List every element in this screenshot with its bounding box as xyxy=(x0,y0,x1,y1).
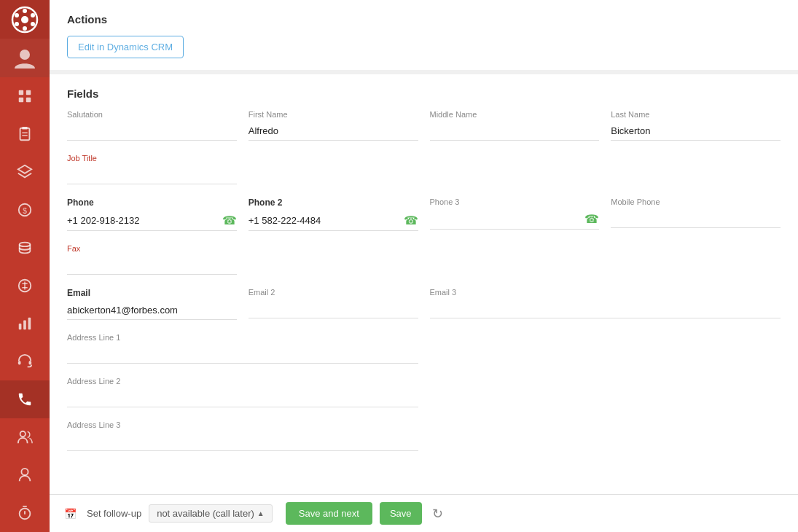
phone2-label: Phone 2 xyxy=(249,197,418,208)
actions-title: Actions xyxy=(67,13,781,26)
fields-grid: Salutation First Name Alfredo Middle Nam… xyxy=(67,110,781,464)
email2-field: Email 2 xyxy=(249,288,418,320)
bar-chart-icon xyxy=(17,316,33,332)
phone3-call-icon: ☎ xyxy=(584,212,599,226)
sidebar-item-users-alt[interactable] xyxy=(0,418,50,456)
fields-title: Fields xyxy=(67,87,781,100)
sidebar-item-clipboard[interactable] xyxy=(0,115,50,153)
layers-icon xyxy=(17,164,33,180)
sidebar-item-layers[interactable] xyxy=(0,153,50,191)
first-name-label: First Name xyxy=(249,110,418,119)
address-line1-label: Address Line 1 xyxy=(67,333,418,342)
svg-point-1 xyxy=(21,16,28,23)
phone3-field: Phone 3 ☎ xyxy=(430,197,600,231)
phone-value[interactable]: +1 202-918-2132 ☎ xyxy=(67,211,237,231)
follow-up-status-dropdown[interactable]: not available (call later) ▲ xyxy=(149,504,273,523)
sidebar-item-coin1[interactable]: $ xyxy=(0,191,50,229)
last-name-value[interactable]: Bickerton xyxy=(611,122,781,141)
coin-alt-icon xyxy=(17,278,33,294)
address-line1-field: Address Line 1 xyxy=(67,333,418,364)
email3-value[interactable] xyxy=(430,300,781,318)
address-line3-field: Address Line 3 xyxy=(67,420,418,451)
sidebar-item-headset[interactable] xyxy=(0,343,50,380)
sidebar-item-coin2[interactable] xyxy=(0,229,50,267)
email2-label: Email 2 xyxy=(249,288,418,297)
mobile-phone-value[interactable] xyxy=(611,209,781,228)
phone2-value[interactable]: +1 582-222-4484 ☎ xyxy=(249,211,418,231)
svg-rect-29 xyxy=(29,361,32,365)
address-line2-field: Address Line 2 xyxy=(67,377,418,407)
middle-name-value[interactable] xyxy=(430,122,600,141)
sidebar-item-user-single[interactable] xyxy=(0,456,50,494)
phone-icon xyxy=(17,391,33,407)
film-reel-icon xyxy=(10,5,39,34)
sidebar-item-timer[interactable] xyxy=(0,494,50,532)
app-logo[interactable] xyxy=(0,0,50,39)
svg-point-3 xyxy=(23,26,27,31)
sidebar-item-bar-chart[interactable] xyxy=(0,305,50,343)
sidebar-item-phone[interactable] xyxy=(0,380,50,418)
phone3-value[interactable]: ☎ xyxy=(430,209,600,230)
salutation-label: Salutation xyxy=(67,110,237,119)
email3-field: Email 3 xyxy=(430,288,781,320)
address-line2-label: Address Line 2 xyxy=(67,377,418,386)
save-button[interactable]: Save xyxy=(380,502,422,525)
svg-rect-10 xyxy=(26,90,31,95)
fax-label: Fax xyxy=(67,244,237,253)
svg-rect-13 xyxy=(20,128,30,141)
timer-icon xyxy=(17,505,33,521)
fax-value[interactable] xyxy=(67,256,237,275)
svg-point-7 xyxy=(31,22,35,26)
phone2-field: Phone 2 +1 582-222-4484 ☎ xyxy=(249,197,418,231)
last-name-field: Last Name Bickerton xyxy=(611,110,781,141)
svg-text:$: $ xyxy=(23,207,27,215)
svg-point-31 xyxy=(21,469,28,475)
email-value[interactable]: abickerton41@forbes.com xyxy=(67,301,237,320)
actions-section: Actions Edit in Dynamics CRM xyxy=(50,0,798,74)
email3-label: Email 3 xyxy=(430,288,781,297)
svg-rect-25 xyxy=(19,324,22,329)
svg-rect-12 xyxy=(26,98,31,102)
sidebar-item-coin3[interactable] xyxy=(0,267,50,305)
first-name-value[interactable]: Alfredo xyxy=(249,122,418,141)
svg-point-4 xyxy=(15,13,19,17)
mobile-phone-field: Mobile Phone xyxy=(611,197,781,231)
address-line1-value[interactable] xyxy=(67,345,418,364)
svg-point-2 xyxy=(23,9,27,13)
middle-name-label: Middle Name xyxy=(430,110,600,119)
address-line2-value[interactable] xyxy=(67,388,418,407)
first-name-field: First Name Alfredo xyxy=(249,110,418,141)
svg-rect-14 xyxy=(22,127,27,130)
svg-rect-28 xyxy=(18,361,21,365)
phone-field: Phone +1 202-918-2132 ☎ xyxy=(67,197,237,231)
svg-rect-27 xyxy=(28,318,31,330)
middle-name-field: Middle Name xyxy=(430,110,600,141)
fields-section: Fields Salutation First Name Alfredo Mid… xyxy=(50,74,798,494)
svg-rect-26 xyxy=(23,320,26,329)
edit-crm-button[interactable]: Edit in Dynamics CRM xyxy=(67,36,184,58)
salutation-value[interactable] xyxy=(67,122,237,141)
calendar-icon: 📅 xyxy=(64,508,77,520)
users-alt-icon xyxy=(17,429,33,445)
coin-stack-icon xyxy=(17,240,33,256)
email2-value[interactable] xyxy=(249,300,418,318)
salutation-field: Salutation xyxy=(67,110,237,141)
save-and-next-button[interactable]: Save and next xyxy=(286,502,372,525)
user-avatar-icon xyxy=(12,45,38,71)
address-line3-value[interactable] xyxy=(67,432,418,451)
email-field: Email abickerton41@forbes.com xyxy=(67,288,237,320)
footer-bar: 📅 Set follow-up not available (call late… xyxy=(50,494,798,532)
svg-point-8 xyxy=(20,50,30,60)
svg-rect-11 xyxy=(19,98,23,102)
user-avatar[interactable] xyxy=(0,39,50,77)
fax-field: Fax xyxy=(67,244,237,275)
sidebar-navigation: $ xyxy=(0,77,50,532)
coin-icon: $ xyxy=(17,202,33,218)
undo-icon: ↻ xyxy=(432,506,443,521)
sidebar-item-dashboard[interactable] xyxy=(0,77,50,115)
undo-button[interactable]: ↻ xyxy=(429,503,446,525)
mobile-phone-label: Mobile Phone xyxy=(611,197,781,206)
job-title-value[interactable] xyxy=(67,165,237,184)
job-title-field: Job Title xyxy=(67,154,237,184)
follow-up-status-text: not available (call later) xyxy=(157,508,254,519)
